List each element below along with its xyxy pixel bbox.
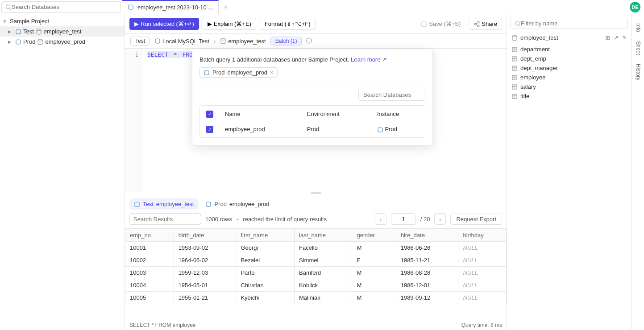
database-selector[interactable]: employee_test (220, 38, 266, 45)
db-label: employee_test (44, 28, 82, 35)
search-icon (5, 4, 12, 10)
schema-panel: employee_test ⊞ ↗ ✎ departmentdept_empde… (507, 14, 632, 330)
filter-tables-input[interactable] (521, 20, 624, 27)
page-input[interactable] (391, 213, 416, 225)
database-tree: ▼ Sample Project ▶ Test employee_test ▶ … (0, 14, 125, 330)
tree-item-test[interactable]: ▶ Test employee_test (0, 26, 125, 37)
tree-item-prod[interactable]: ▶ Prod employee_prod (0, 37, 125, 47)
schema-table-item[interactable]: title (511, 91, 628, 101)
learn-more-link[interactable]: Learn more ↗ (351, 56, 387, 63)
resize-handle[interactable] (311, 192, 321, 194)
close-icon[interactable]: × (270, 69, 274, 76)
table-name: department (520, 46, 550, 53)
col-instance: Instance (372, 107, 424, 121)
user-avatar[interactable]: DE (630, 2, 640, 12)
svg-rect-19 (512, 57, 517, 61)
schema-table-item[interactable]: dept_emp (511, 54, 628, 63)
context-db-label: employee_test (228, 38, 266, 45)
batch-tag[interactable]: Batch (1) (270, 37, 302, 45)
table-cell: Parto (236, 267, 295, 279)
mysql-icon (204, 70, 210, 76)
table-cell: 1986-08-28 (396, 267, 458, 279)
search-databases[interactable] (1, 1, 121, 13)
popup-search-input[interactable] (358, 89, 425, 101)
column-header[interactable]: first_name (236, 229, 295, 242)
table-row[interactable]: 100011953-09-02GeorgiFacelloM1986-06-26N… (125, 242, 507, 254)
table-cell: M (352, 267, 396, 279)
table-cell: Bezalel (236, 254, 295, 267)
search-results-input[interactable] (133, 216, 208, 223)
mysql-icon (205, 201, 212, 207)
save-button[interactable]: Save (⌘+S) (416, 18, 465, 29)
side-tab-info[interactable]: Info (635, 23, 641, 32)
database-row[interactable]: ✓ employee_prod Prod Prod (201, 122, 424, 137)
explain-button[interactable]: ▶ Explain (⌘+E) (203, 18, 256, 30)
table-icon (511, 56, 518, 62)
table-cell: 1985-11-21 (396, 254, 458, 267)
selected-database-chip[interactable]: Prod employee_prod × (199, 67, 278, 78)
table-row[interactable]: 100051955-01-21KyoichiMaliniakM1989-09-1… (125, 292, 507, 304)
result-tab-test[interactable]: Test employee_test (129, 198, 198, 210)
schema-table-item[interactable]: salary (511, 82, 628, 91)
table-cell: Georgi (236, 242, 295, 254)
table-cell: NULL (458, 279, 507, 292)
table-cell: 1986-12-01 (396, 279, 458, 292)
chevron-right-icon: › (214, 38, 216, 45)
new-tab-button[interactable]: + (219, 0, 233, 14)
column-header[interactable]: hire_date (396, 229, 458, 242)
share-button[interactable]: Share (469, 18, 502, 30)
tab-env: Test (143, 201, 154, 207)
svg-point-0 (6, 4, 10, 8)
schema-table-item[interactable]: dept_manager (511, 63, 628, 73)
chip-env: Prod (212, 69, 224, 76)
side-tab-sheet[interactable]: Sheet (635, 41, 641, 55)
edit-icon[interactable]: ✎ (622, 34, 627, 41)
tab-db: employee_test (156, 201, 194, 207)
column-header[interactable]: gender (352, 229, 396, 242)
env-label: Prod (23, 38, 35, 45)
table-cell: Bamford (295, 267, 352, 279)
share-icon (474, 21, 480, 27)
table-row[interactable]: 100041954-05-01ChirstianKoblickM1986-12-… (125, 279, 507, 292)
svg-line-8 (476, 23, 478, 24)
svg-point-13 (515, 21, 519, 25)
instance-selector[interactable]: Local MySQL Test (154, 38, 209, 45)
svg-point-2 (37, 29, 41, 31)
select-all-checkbox[interactable]: ✓ (206, 111, 213, 118)
schema-table-item[interactable]: department (511, 45, 628, 54)
schema-table-item[interactable]: employee (511, 73, 628, 82)
batch-query-popup: Batch query 1 additional databases under… (192, 49, 433, 145)
table-row[interactable]: 100021964-06-02BezalelSimmelF1985-11-21N… (125, 254, 507, 267)
table-icon (511, 93, 518, 99)
result-tab-prod[interactable]: Prod employee_prod (201, 198, 274, 210)
request-export-button[interactable]: Request Export (450, 214, 502, 225)
table-cell: M (352, 279, 396, 292)
row-instance: Prod (385, 126, 397, 132)
project-node[interactable]: ▼ Sample Project (0, 16, 125, 26)
dash: - (237, 216, 238, 223)
table-name: dept_emp (520, 55, 546, 62)
column-header[interactable]: emp_no (125, 229, 174, 242)
prev-page-button[interactable]: ‹ (375, 213, 386, 225)
table-name: title (520, 93, 529, 99)
search-results[interactable] (129, 213, 201, 225)
row-checkbox[interactable]: ✓ (206, 126, 213, 133)
column-header[interactable]: last_name (295, 229, 352, 242)
next-page-button[interactable]: › (434, 213, 446, 225)
editor-tab[interactable]: employee_test 2023-10-10 ... (122, 0, 219, 14)
table-row[interactable]: 100031959-12-03PartoBamfordM1986-08-28NU… (125, 267, 507, 279)
env-tag[interactable]: Test (130, 37, 150, 45)
search-databases-input[interactable] (12, 4, 117, 10)
info-icon[interactable]: ⓘ (306, 37, 312, 45)
column-header[interactable]: birthday (458, 229, 507, 242)
external-link-icon[interactable]: ↗ (614, 34, 619, 41)
schema-diagram-icon[interactable]: ⊞ (605, 34, 610, 41)
svg-point-15 (512, 35, 517, 37)
run-selected-button[interactable]: ▶ Run selected (⌘+↵) (129, 18, 199, 30)
filter-tables[interactable] (511, 18, 628, 29)
side-tab-history[interactable]: History (635, 64, 641, 80)
result-grid[interactable]: emp_nobirth_datefirst_namelast_namegende… (125, 228, 507, 320)
format-button[interactable]: Format (⇧+⌥+F) (260, 18, 316, 30)
column-header[interactable]: birth_date (174, 229, 236, 242)
status-time: Query time: 8 ms (461, 322, 502, 328)
